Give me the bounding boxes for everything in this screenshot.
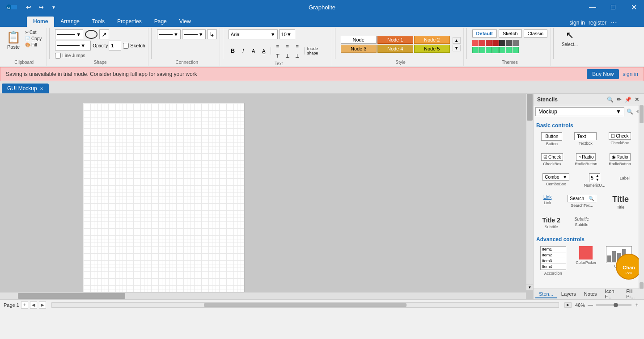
shape-oval[interactable] xyxy=(85,30,97,39)
tab-view[interactable]: View xyxy=(173,17,197,27)
valign-mid-btn[interactable]: ⊥ xyxy=(283,51,292,60)
zoom-in-btn[interactable]: + xyxy=(633,301,640,309)
opacity-input[interactable]: 1 xyxy=(109,41,121,50)
trial-sign-in[interactable]: sign in xyxy=(623,71,638,77)
theme-color-8[interactable] xyxy=(479,47,485,53)
stencil-search[interactable]: Search 🔍 SearchTex... xyxy=(567,193,597,211)
buy-now-button[interactable]: Buy Now xyxy=(587,69,619,79)
theme-color-7[interactable] xyxy=(472,47,479,53)
stencils-close-panel-btn[interactable]: ✕ xyxy=(633,96,640,103)
maximize-btn[interactable]: □ xyxy=(603,0,623,14)
stencil-textbox[interactable]: Text Textbox xyxy=(573,130,597,148)
zoom-slider-thumb[interactable] xyxy=(614,303,618,307)
canvas-container[interactable]: ▼ xyxy=(0,94,533,299)
stencils-edit-btn[interactable]: ✏ xyxy=(615,96,623,103)
sketch-check-input[interactable] xyxy=(123,43,129,49)
stencil-checkbox1[interactable]: ☐ Check CheckBox xyxy=(608,130,631,148)
undo-btn[interactable]: ↩ xyxy=(23,2,34,13)
stencil-accordion[interactable]: Item1 Item2 Item3 Item4 Accordion xyxy=(539,244,567,277)
valign-bot-btn[interactable]: ⊥ xyxy=(293,51,302,60)
zoom-slider[interactable] xyxy=(596,304,631,306)
bold-button[interactable]: B xyxy=(229,46,237,55)
theme-color-13[interactable] xyxy=(513,47,519,53)
add-page-btn[interactable]: + xyxy=(21,301,28,309)
stencil-label-item[interactable]: Label xyxy=(619,172,631,189)
theme-color-3[interactable] xyxy=(492,40,499,46)
stencil-button[interactable]: Button Button xyxy=(540,130,563,148)
conn-arrow-btn[interactable]: ↳ xyxy=(207,29,217,39)
doc-tab-close-btn[interactable]: ✕ xyxy=(40,86,43,91)
stencil-combo[interactable]: Combo ▼ ComboBox xyxy=(542,172,570,189)
right-panel-scrollbar-thumb[interactable] xyxy=(640,105,644,123)
stencils-pin-btn[interactable]: 📌 xyxy=(624,96,631,103)
theme-color-12[interactable] xyxy=(506,47,512,53)
inside-shape-btn[interactable]: Inside shape xyxy=(307,46,329,55)
align-center-btn[interactable]: ≡ xyxy=(283,42,292,50)
copy-button[interactable]: 📄 Copy xyxy=(23,36,43,42)
style-node-3[interactable]: Node 3 xyxy=(341,45,377,53)
style-node-4[interactable]: Node 4 xyxy=(377,45,413,53)
theme-color-11[interactable] xyxy=(499,47,505,53)
stencil-colorpicker[interactable]: ColorPicker xyxy=(575,244,597,277)
right-panel-scrollbar[interactable] xyxy=(639,105,644,289)
italic-button[interactable]: I xyxy=(239,46,248,55)
style-node-2[interactable]: Node 2 xyxy=(414,36,450,44)
stencil-radio1[interactable]: ○ Radio RadioButton xyxy=(574,151,598,168)
quick-access-dropdown[interactable]: ▼ xyxy=(48,2,59,13)
font-highlight-btn[interactable]: A̲ xyxy=(259,46,268,55)
align-right-btn[interactable]: ≡ xyxy=(293,42,302,50)
tab-home[interactable]: Home xyxy=(27,17,54,27)
stencil-numeric[interactable]: 5 ▲ ▼ NumericU... xyxy=(583,172,606,189)
style-node-0[interactable]: Node xyxy=(341,36,377,44)
valign-top-btn[interactable]: ⊤ xyxy=(273,51,282,60)
paste-button[interactable]: 📋 Paste xyxy=(4,29,22,50)
scrollbar-down-btn[interactable]: ▼ xyxy=(526,284,533,290)
bottom-tab-icon-f[interactable]: Icon F... xyxy=(602,288,622,300)
conn-end-selector[interactable]: ▼ xyxy=(182,29,206,39)
doc-tab-gui-mockup[interactable]: GUI Mockup ✕ xyxy=(2,84,49,93)
stencils-search-btn[interactable]: 🔍 xyxy=(606,96,614,103)
page-next-btn[interactable]: ▶ xyxy=(39,301,46,309)
canvas-scrollbar-v[interactable]: ▼ xyxy=(526,94,533,290)
theme-classic-btn[interactable]: Classic xyxy=(524,29,547,38)
style-node-5[interactable]: Node 5 xyxy=(414,45,450,53)
bottom-tab-fill-pi[interactable]: Fill Pi... xyxy=(623,288,642,300)
style-scroll-up[interactable]: ▲ xyxy=(453,37,461,44)
tab-tools[interactable]: Tools xyxy=(86,17,111,27)
page-prev-btn[interactable]: ◀ xyxy=(30,301,37,309)
tab-properties[interactable]: Properties xyxy=(111,17,148,27)
canvas-scrollbar-h-thumb[interactable] xyxy=(18,293,125,299)
line-jumps-input[interactable] xyxy=(55,53,61,59)
stencil-checkbox2[interactable]: ☑ Check CheckBox xyxy=(540,151,564,168)
redo-btn[interactable]: ↪ xyxy=(36,2,47,13)
arrow-button[interactable]: ↗ xyxy=(99,29,109,39)
select-label[interactable]: Select... xyxy=(562,42,578,47)
theme-color-0[interactable] xyxy=(472,40,479,46)
stencil-radio2[interactable]: ◉ Radio RadioButton xyxy=(608,151,632,168)
theme-color-4[interactable] xyxy=(499,40,505,46)
font-color-btn[interactable]: A xyxy=(249,46,258,55)
theme-color-9[interactable] xyxy=(486,47,492,53)
align-left-btn[interactable]: ≡ xyxy=(273,42,282,50)
theme-color-1[interactable] xyxy=(479,40,485,46)
theme-color-2[interactable] xyxy=(486,40,492,46)
canvas-scrollbar-v-thumb[interactable] xyxy=(527,94,533,121)
theme-default-btn[interactable]: Default xyxy=(472,29,497,38)
font-selector[interactable]: Arial ▼ xyxy=(229,29,278,39)
stencil-title2[interactable]: Title 2 Subtitle xyxy=(542,215,561,231)
zoom-out-btn[interactable]: — xyxy=(587,301,594,309)
font-size-selector[interactable]: 10 ▼ xyxy=(279,29,295,39)
close-btn[interactable]: ✕ xyxy=(623,0,644,14)
horiz-scrollbar-thumb[interactable] xyxy=(204,303,407,307)
minimize-btn[interactable]: — xyxy=(582,0,603,14)
tab-arrange[interactable]: Arrange xyxy=(54,17,86,27)
bottom-tab-layers[interactable]: Layers xyxy=(558,290,580,298)
stencils-search-field-btn[interactable]: 🔍 xyxy=(626,108,633,115)
more-btn[interactable]: ⋯ xyxy=(610,18,617,27)
fill-selector[interactable]: ▼ xyxy=(55,41,91,50)
stencil-subtitle[interactable]: Subtitle Subtitle xyxy=(573,215,590,231)
theme-color-6[interactable] xyxy=(513,40,519,46)
theme-color-5[interactable] xyxy=(506,40,512,46)
stencil-link[interactable]: Link Link xyxy=(542,193,552,211)
style-node-1[interactable]: Node 1 xyxy=(377,36,413,44)
